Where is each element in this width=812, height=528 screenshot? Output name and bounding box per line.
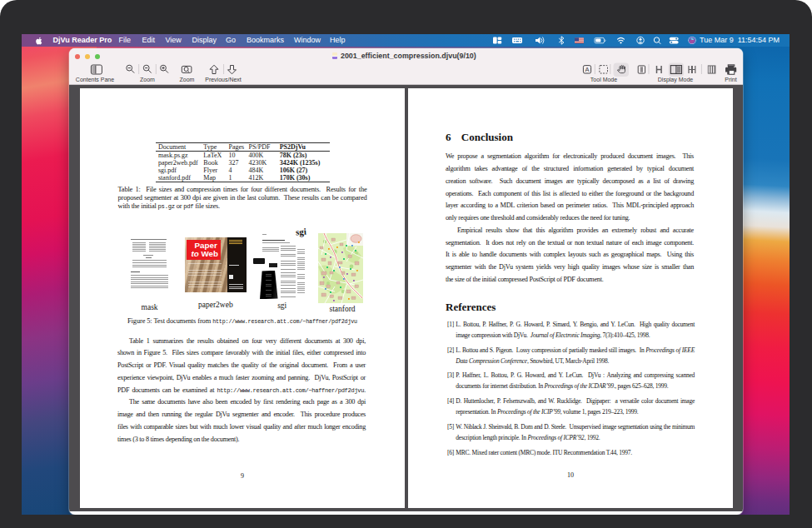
svg-text:A: A (585, 66, 589, 73)
